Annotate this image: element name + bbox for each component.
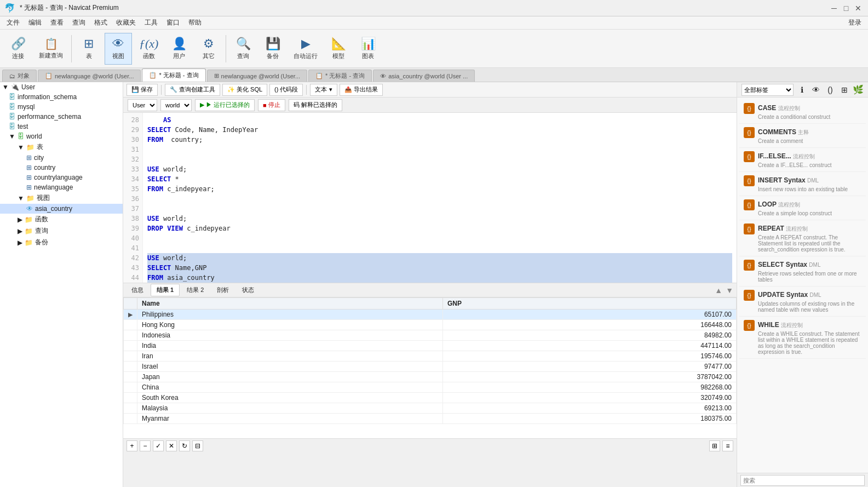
table-row[interactable]: South Korea320749.00 (124, 393, 737, 403)
snippet-category-select[interactable]: 全部标签 (741, 84, 794, 96)
rp-info-button[interactable]: ℹ (796, 84, 808, 96)
scroll-down-icon[interactable]: ▼ (725, 286, 734, 295)
save-button[interactable]: 💾 保存 (127, 84, 158, 96)
toolbar-function[interactable]: ƒ(x) 函数 (134, 33, 163, 65)
sidebar-item-backup-folder[interactable]: ▶ 📁 备份 (0, 237, 123, 248)
delete-row-button[interactable]: − (140, 440, 151, 451)
rtab-analysis[interactable]: 剖析 (211, 284, 235, 296)
sidebar-item-countrylanguage[interactable]: ⊞ countrylanguage (0, 173, 123, 182)
menu-view[interactable]: 查看 (46, 17, 68, 28)
sql-editor[interactable]: 2829303132333435363738394041424344454647… (123, 113, 737, 283)
tab-newlanguage-1[interactable]: 📋 newlanguage @world (User... (38, 70, 141, 82)
explain-button[interactable]: 码 解释已选择的 (289, 99, 342, 111)
menu-login[interactable]: 登录 (844, 17, 866, 28)
menu-format[interactable]: 格式 (90, 17, 112, 28)
sidebar-item-asia-country[interactable]: 👁 asia_country (0, 204, 123, 214)
toolbar-model[interactable]: 📐 模型 (325, 33, 352, 65)
stop-button[interactable]: ■ 停止 (258, 99, 285, 111)
table-row[interactable]: ▶Philippines65107.00 (124, 310, 737, 320)
add-row-button[interactable]: + (127, 440, 137, 451)
toolbar-user[interactable]: 👤 用户 (165, 33, 193, 65)
table-row[interactable]: Indonesia84982.00 (124, 330, 737, 341)
column-toggle-button[interactable]: ⊟ (192, 440, 203, 451)
tab-untitled-query-1[interactable]: 📋 * 无标题 - 查询 (142, 68, 205, 82)
refresh-button[interactable]: ↻ (179, 440, 190, 451)
export-result-button[interactable]: 📤 导出结果 (340, 84, 383, 96)
sidebar-item-test[interactable]: 🗄 test (0, 122, 123, 131)
tab-newlanguage-2[interactable]: ⊞ newlanguage @world (User... (207, 70, 307, 82)
snippet-item[interactable]: {}CASE 流程控制Create a conditional construc… (739, 100, 866, 124)
rp-eye-button[interactable]: 👁 (810, 84, 822, 96)
db-select[interactable]: world (160, 99, 192, 111)
query-builder-button[interactable]: 🔧 查询创建工具 (165, 84, 220, 96)
run-selected-button[interactable]: ▶ ▶ 运行已选择的 (195, 99, 255, 111)
table-row[interactable]: India447114.00 (124, 341, 737, 351)
menu-favorites[interactable]: 收藏夹 (112, 17, 140, 28)
sidebar-item-query-folder[interactable]: ▶ 📁 查询 (0, 225, 123, 237)
tab-asia-country[interactable]: 👁 asia_country @world (User ... (373, 70, 475, 82)
menu-help[interactable]: 帮助 (184, 17, 206, 28)
table-row[interactable]: Iran195746.00 (124, 351, 737, 362)
toolbar-other[interactable]: ⚙ 其它 (195, 33, 222, 65)
menu-file[interactable]: 文件 (2, 17, 24, 28)
rtab-info[interactable]: 信息 (125, 284, 150, 296)
cancel-edit-button[interactable]: ✕ (166, 440, 177, 451)
grid-view-button[interactable]: ⊞ (709, 440, 720, 451)
sidebar-item-city[interactable]: ⊞ city (0, 153, 123, 163)
sidebar-item-table-folder[interactable]: ▼ 📁 表 (0, 141, 123, 153)
sidebar-item-world[interactable]: ▼ 🗄 world (0, 131, 123, 141)
table-row[interactable]: China982268.00 (124, 382, 737, 393)
rtab-result2[interactable]: 结果 2 (181, 284, 210, 296)
toolbar-table[interactable]: ⊞ 表 (75, 33, 102, 65)
sidebar-item-mysql[interactable]: 🗄 mysql (0, 102, 123, 112)
snippet-item[interactable]: {}COMMENTS 主释Create a comment (739, 124, 866, 148)
table-row[interactable]: Malaysia69213.00 (124, 403, 737, 414)
tab-object[interactable]: 🗂 对象 (2, 70, 37, 82)
scroll-up-icon[interactable]: ▲ (714, 286, 723, 295)
toolbar-chart[interactable]: 📊 图表 (354, 33, 382, 65)
menu-window[interactable]: 窗口 (162, 17, 184, 28)
rp-paren-button[interactable]: () (824, 84, 836, 96)
rp-grid-button[interactable]: ⊞ (838, 84, 850, 96)
snippet-search-input[interactable] (740, 475, 865, 486)
snippet-item[interactable]: {}UPDATE Syntax DMLUpdates columns of ex… (739, 287, 866, 317)
toolbar-view[interactable]: 👁 视图 (105, 33, 132, 65)
menu-tools[interactable]: 工具 (140, 17, 162, 28)
toolbar-connect[interactable]: 🔗 连接 (4, 33, 32, 65)
beautify-sql-button[interactable]: ✨ 美化 SQL (222, 84, 267, 96)
snippet-item[interactable]: {}INSERT Syntax DMLInsert new rows into … (739, 172, 866, 196)
sidebar-item-function-folder[interactable]: ▶ 📁 函数 (0, 214, 123, 225)
menu-edit[interactable]: 编辑 (24, 17, 46, 28)
table-row[interactable]: Japan3787042.00 (124, 372, 737, 382)
sidebar-item-user[interactable]: ▼ 🔌 User (0, 82, 123, 92)
toolbar-autorun[interactable]: ▶ 自动运行 (289, 33, 323, 65)
toolbar-new-query[interactable]: 📋 新建查询 (34, 33, 68, 65)
toolbar-backup[interactable]: 💾 备份 (259, 33, 286, 65)
table-row[interactable]: Myanmar180375.00 (124, 414, 737, 424)
form-view-button[interactable]: ≡ (722, 440, 733, 451)
tab-untitled-query-2[interactable]: 📋 * 无标题 - 查询 (308, 70, 372, 82)
rtab-status[interactable]: 状态 (236, 284, 260, 296)
toolbar-query[interactable]: 🔍 查询 (229, 33, 257, 65)
snippet-item[interactable]: {}WHILE 流程控制Create a WHILE construct. Th… (739, 317, 866, 359)
text-button[interactable]: 文本 ▾ (310, 84, 337, 96)
sidebar-item-country[interactable]: ⊞ country (0, 163, 123, 173)
sidebar-item-view-folder[interactable]: ▼ 📁 视图 (0, 192, 123, 204)
table-row[interactable]: Israel97477.00 (124, 362, 737, 372)
code-segment-button[interactable]: () 代码段 (269, 84, 303, 96)
sidebar-item-newlanguage[interactable]: ⊞ newlanguage (0, 182, 123, 192)
menu-query[interactable]: 查询 (68, 17, 90, 28)
snippet-item[interactable]: {}LOOP 流程控制Create a simple loop construc… (739, 196, 866, 220)
minimize-button[interactable]: ─ (829, 3, 840, 14)
sidebar-item-information-schema[interactable]: 🗄 information_schema (0, 92, 123, 102)
sidebar-item-performance-schema[interactable]: 🗄 performance_schema (0, 112, 123, 122)
snippet-item[interactable]: {}SELECT Syntax DMLRetrieve rows selecte… (739, 256, 866, 287)
check-button[interactable]: ✓ (153, 440, 164, 451)
maximize-button[interactable]: □ (841, 3, 852, 14)
rtab-result1[interactable]: 结果 1 (151, 284, 180, 296)
close-button[interactable]: ✕ (853, 3, 864, 14)
table-row[interactable]: Hong Kong166448.00 (124, 320, 737, 330)
code-content[interactable]: ASSELECT Code, Name, IndepYearFROM count… (143, 113, 737, 283)
snippet-item[interactable]: {}REPEAT 流程控制Create A REPEAT construct. … (739, 220, 866, 256)
user-select[interactable]: User (128, 99, 157, 111)
